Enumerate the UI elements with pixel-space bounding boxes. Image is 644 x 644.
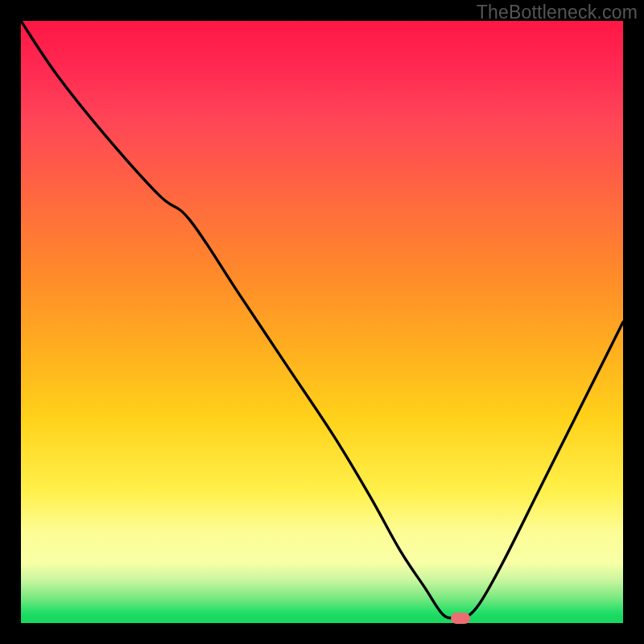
plot-area (21, 21, 623, 623)
bottleneck-curve-svg (21, 21, 623, 623)
bottleneck-curve-path (21, 21, 623, 620)
watermark-text: TheBottleneck.com (477, 2, 638, 23)
optimum-marker (451, 613, 470, 624)
chart-frame: TheBottleneck.com (0, 0, 644, 644)
